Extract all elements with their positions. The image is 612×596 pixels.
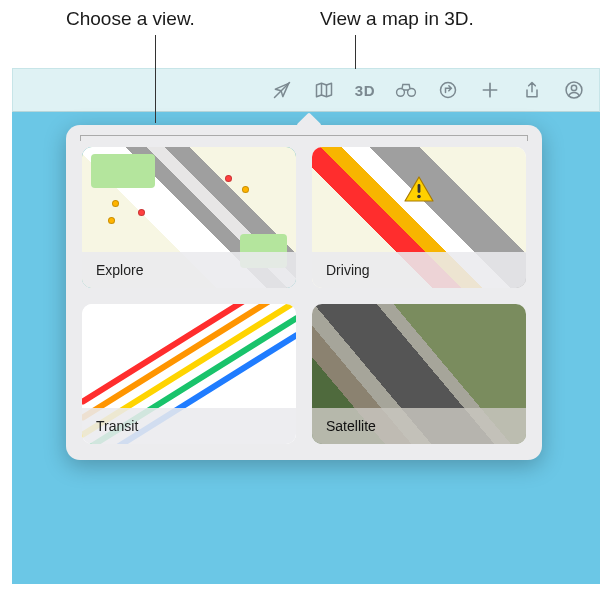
map-mode-tile-explore[interactable]: Explore bbox=[82, 147, 296, 288]
callout-leader bbox=[355, 35, 356, 69]
callout-leader bbox=[155, 35, 156, 123]
annotation-layer: Choose a view. View a map in 3D. bbox=[0, 0, 612, 70]
map-mode-popover: Explore Driving Transit S bbox=[66, 125, 542, 460]
directions-icon[interactable] bbox=[437, 79, 459, 101]
view-3d-button[interactable]: 3D bbox=[355, 82, 375, 99]
tile-label: Driving bbox=[312, 252, 526, 288]
svg-point-5 bbox=[571, 85, 576, 90]
svg-rect-6 bbox=[418, 184, 421, 193]
window-toolbar: 3D bbox=[12, 68, 600, 112]
share-icon[interactable] bbox=[521, 79, 543, 101]
map-icon[interactable] bbox=[313, 79, 335, 101]
map-mode-tile-transit[interactable]: Transit bbox=[82, 304, 296, 445]
map-mode-tile-driving[interactable]: Driving bbox=[312, 147, 526, 288]
popover-bracket bbox=[80, 135, 528, 141]
account-icon[interactable] bbox=[563, 79, 585, 101]
callout-view-3d: View a map in 3D. bbox=[320, 8, 474, 30]
map-mode-tile-satellite[interactable]: Satellite bbox=[312, 304, 526, 445]
binoculars-icon[interactable] bbox=[395, 79, 417, 101]
svg-point-2 bbox=[408, 88, 416, 96]
svg-point-7 bbox=[417, 195, 421, 199]
svg-point-1 bbox=[397, 88, 405, 96]
svg-point-3 bbox=[441, 83, 456, 98]
location-arrow-off-icon[interactable] bbox=[271, 79, 293, 101]
tile-label: Satellite bbox=[312, 408, 526, 444]
tile-label: Transit bbox=[82, 408, 296, 444]
add-icon[interactable] bbox=[479, 79, 501, 101]
map-mode-grid: Explore Driving Transit S bbox=[82, 147, 526, 444]
tile-label: Explore bbox=[82, 252, 296, 288]
callout-choose-view: Choose a view. bbox=[66, 8, 195, 30]
warning-icon bbox=[403, 175, 435, 203]
